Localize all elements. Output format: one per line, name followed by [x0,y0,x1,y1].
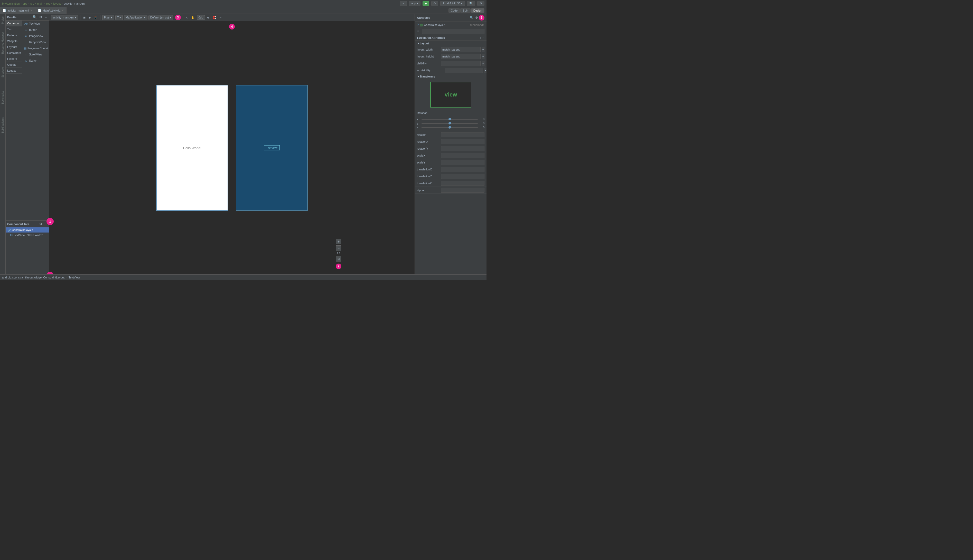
palette-search-button[interactable]: 🔍 [32,15,37,19]
project-strip-label[interactable]: Project [1,15,5,25]
translationY-field-input[interactable] [441,174,485,179]
device-selector[interactable]: Pixel 4 API 30 ▾ [440,1,465,6]
bookmarks-strip-label[interactable]: Bookmarks [1,90,5,105]
settings-button[interactable]: ⚙ [477,1,485,6]
badge-3-container: 3 [175,15,181,20]
device-orient-button[interactable]: 📱 [93,15,99,20]
palette-widget-switch[interactable]: ⊙ Switch [22,57,49,63]
declared-attributes-section[interactable]: ▶ Declared Attributes + − [415,35,486,41]
palette-widget-scrollview[interactable]: ↕ ScrollView [22,51,49,57]
palette-cat-widgets[interactable]: Widgets [6,38,22,44]
view-mode-code[interactable]: Code [448,8,460,13]
structure-strip-label[interactable]: Structure [1,66,5,79]
layout-height-dropdown-btn[interactable]: ▾ [481,54,485,59]
tab-main-activity-kt[interactable]: 📄 MainActivity.kt ✕ [35,7,67,13]
tab-close-xml[interactable]: ✕ [30,9,32,12]
app-dropdown[interactable]: MyApplication ▾ [124,15,147,20]
palette-cat-google[interactable]: Google [6,62,22,68]
magnet-button[interactable]: 🧲 [211,15,217,20]
palette-cat-common[interactable]: Common [6,20,22,27]
constraint-button[interactable]: ⊕ [206,15,211,20]
alpha-field-input[interactable] [441,188,485,193]
breadcrumb-res[interactable]: res [46,2,50,5]
breadcrumb-app[interactable]: MyApplication [2,2,20,5]
id-field-input[interactable] [422,29,485,34]
translationZ-field-input[interactable] [441,181,485,186]
palette-cat-layouts[interactable]: Layouts [6,44,22,50]
layout-file-dropdown[interactable]: activity_main.xml ▾ [51,15,79,20]
rotationX-field-input[interactable] [441,139,485,144]
palette-widget-button[interactable]: □ Button [22,27,49,33]
margin-dropdown[interactable]: 0dp [197,15,205,20]
t-dropdown[interactable]: T ▾ [115,15,123,20]
design-mockup[interactable]: Hello World! [156,85,228,211]
view-mode-design[interactable]: Design [471,8,485,13]
component-selector[interactable]: ? ▦ ConstraintLayout <unnamed> [415,22,486,28]
visibility-dropdown-btn-2[interactable]: ▾ [484,68,486,73]
visibility-input-2[interactable] [445,68,483,73]
git-button[interactable]: ✓ [400,1,407,6]
build-variants-strip-label[interactable]: Build Variants [1,116,5,134]
palette-widget-imageview[interactable]: 🖼 ImageView [22,33,49,39]
design-mode-button[interactable]: ⊞ [82,15,87,20]
visibility-dropdown-btn-1[interactable]: ▾ [481,61,485,66]
scaleX-field-input[interactable] [441,153,485,158]
transforms-section-header[interactable]: ▼ Transforms [415,74,486,79]
breadcrumb-app2[interactable]: app [23,2,27,5]
blueprint-mode-button[interactable]: ◈ [88,15,92,20]
declared-attr-remove-button[interactable]: − [482,36,485,40]
breadcrumb-src[interactable]: src [30,2,34,5]
resource-manager-strip-label[interactable]: Resource Manager [1,31,5,55]
layout-height-input[interactable] [441,54,481,59]
fragmentcontainerview-label: FragmentContainerView [27,47,49,50]
rotation-x-slider[interactable] [421,119,478,120]
tree-item-textview[interactable]: Ab TextView "Hello World!" [6,233,49,238]
scaleY-field-input[interactable] [441,160,485,165]
component-tree-settings-button[interactable]: ⚙ [38,222,43,226]
tab-close-kt[interactable]: ✕ [62,9,64,12]
attributes-search-button[interactable]: 🔍 [469,16,475,20]
palette-cat-containers[interactable]: Containers [6,50,22,56]
rotation-y-slider[interactable] [421,123,478,124]
palette-settings-button[interactable]: ⚙ [38,15,43,19]
blueprint-mockup[interactable]: TextView [236,85,308,211]
pixel-dropdown[interactable]: Pixel ▾ [102,15,114,20]
rotation-field-input[interactable] [441,132,485,137]
layout-width-dropdown-btn[interactable]: ▾ [481,47,485,52]
zoom-in-button[interactable]: + [336,239,341,244]
layout-section-header[interactable]: ▼ Layout [415,41,486,46]
layout-width-input[interactable] [441,47,481,52]
tab-activity-main-xml[interactable]: 📄 activity_main.xml ✕ [0,7,35,13]
zoom-out-button[interactable]: − [336,245,341,251]
translationX-field-input[interactable] [441,167,485,172]
palette-widget-textview[interactable]: Ab TextView [22,20,49,27]
palette-cat-helpers[interactable]: Helpers [6,56,22,62]
zoom-fit-button[interactable]: ⊡ [336,256,341,262]
palette-widget-recyclerview[interactable]: ☰ RecyclerView [22,39,49,45]
breadcrumb-layout[interactable]: layout [53,2,60,5]
layout-height-label: layout_height [417,55,440,58]
palette-cat-text[interactable]: Text [6,27,22,32]
palette-widget-fragmentcontainerview[interactable]: ▦ FragmentContainerView [22,45,49,51]
palette-cat-legacy[interactable]: Legacy [6,68,22,74]
rotationY-field-input[interactable] [441,146,485,151]
app-selector[interactable]: app ▾ [409,1,420,6]
palette-minimize-button[interactable]: – [44,15,47,19]
breadcrumb-main[interactable]: main [37,2,43,5]
view-mode-split[interactable]: Split [460,8,470,13]
run-button[interactable]: ▶ [423,1,429,6]
locale-dropdown[interactable]: Default (en-us) ▾ [149,15,173,20]
rotation-x-thumb [448,118,451,120]
clear-constraints-button[interactable]: ↔ [218,15,223,20]
step-over-button[interactable]: ⟳ [431,1,438,6]
breadcrumb-file[interactable]: activity_main.xml [64,2,85,5]
visibility-input-1[interactable] [441,61,481,66]
pointer-button[interactable]: ↖ [185,15,189,20]
palette-cat-buttons[interactable]: Buttons [6,32,22,38]
search-button[interactable]: 🔍 [467,1,475,6]
declared-attr-add-button[interactable]: + [479,36,481,40]
attributes-settings-button[interactable]: ⚙ [475,16,479,20]
hand-button[interactable]: ✋ [190,15,196,20]
tree-item-constraintlayout[interactable]: 🔗 ConstraintLayout [6,227,49,233]
rotation-z-slider[interactable] [421,127,478,128]
